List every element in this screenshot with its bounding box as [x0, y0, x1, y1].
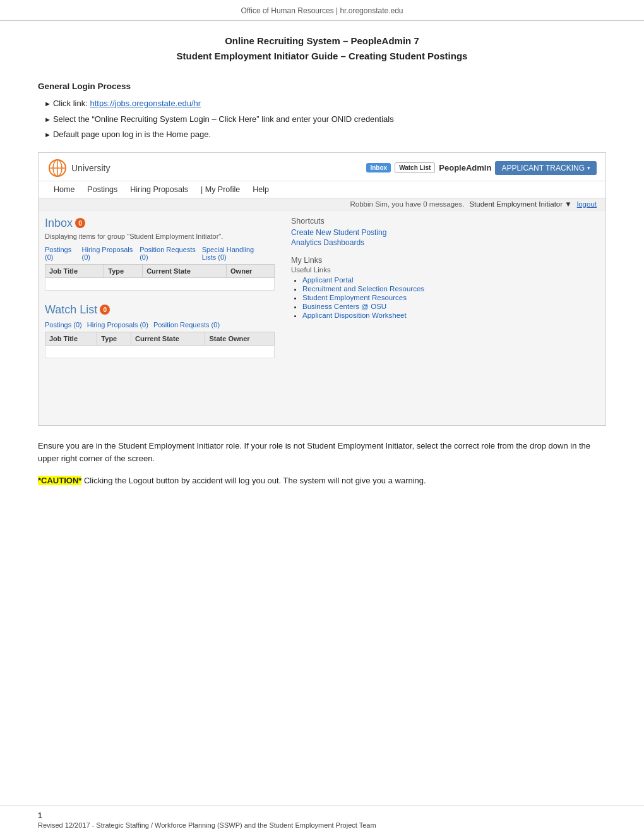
shortcuts-section: Shortcuts Create New Student Posting Ana… [291, 217, 599, 247]
nav-home[interactable]: Home [47, 181, 81, 198]
caution-highlight: *CAUTION* [38, 476, 81, 485]
body-paragraph: Ensure you are in the Student Employment… [38, 440, 606, 466]
inbox-tab-position[interactable]: Position Requests (0) [140, 244, 202, 263]
pa-left-panel: Inbox 0 Displaying items for group "Stud… [45, 217, 285, 419]
wl-col-state-owner: State Owner [205, 332, 275, 345]
inbox-badge[interactable]: Inbox [366, 163, 391, 172]
watchlist-section: Watch List 0 Postings (0) Hiring Proposa… [45, 303, 275, 358]
watchlist-label: Watch List [45, 303, 97, 317]
app-selector[interactable]: APPLICANT TRACKING ▾ [495, 161, 597, 175]
pa-userbar: Robbin Sim, you have 0 messages. Student… [39, 198, 605, 210]
create-student-posting-link[interactable]: Create New Student Posting [291, 228, 599, 237]
inbox-title: Inbox 0 [45, 217, 275, 230]
document-title: Online Recruiting System – PeopleAdmin 7… [38, 33, 606, 64]
inbox-count-badge: 0 [75, 218, 85, 228]
login-bullet-list: Click link: https://jobs.oregonstate.edu… [38, 97, 606, 141]
list-item-disposition: Applicant Disposition Worksheet [302, 311, 599, 319]
caution-rest-text: Clicking the Logout button by accident w… [84, 476, 426, 485]
useful-links-title: Useful Links [291, 266, 599, 274]
shortcuts-title: Shortcuts [291, 217, 599, 226]
doc-title-line1: Online Recruiting System – PeopleAdmin 7 [38, 33, 606, 49]
bullet-text-2: Select the “Online Recruiting System Log… [53, 114, 394, 124]
app-selector-label: APPLICANT TRACKING [501, 164, 585, 172]
wl-col-current-state: Current State [131, 332, 205, 345]
pa-right-panel: Shortcuts Create New Student Posting Ana… [285, 217, 599, 419]
inbox-tab-postings[interactable]: Postings (0) [45, 244, 82, 263]
document-footer: 1 Revised 12/2017 - Strategic Staffing /… [0, 806, 644, 834]
inbox-tabs: Postings (0) Hiring Proposals (0) Positi… [45, 244, 275, 263]
list-item-applicant-portal: Applicant Portal [302, 276, 599, 284]
watch-badge[interactable]: Watch List [395, 162, 435, 173]
watchlist-count-badge: 0 [100, 305, 110, 315]
section-heading-login: General Login Process [38, 82, 606, 91]
pa-brand: PeopleAdmin [439, 163, 491, 172]
watchlist-tabs: Postings (0) Hiring Proposals (0) Positi… [45, 319, 275, 330]
inbox-tab-special[interactable]: Special Handling Lists (0) [202, 244, 275, 263]
list-item-recruitment: Recruitment and Selection Resources [302, 285, 599, 293]
bullet-text-1: Click link: [53, 99, 90, 108]
document-header: Office of Human Resources | hr.oregonsta… [0, 0, 644, 21]
watchlist-title: Watch List 0 [45, 303, 275, 317]
watchlist-table: Job Title Type Current State State Owner [45, 332, 275, 358]
wl-col-job-title: Job Title [45, 332, 97, 345]
role-selector[interactable]: Student Employment Initiator ▼ [469, 200, 571, 208]
my-links-title: My Links [291, 256, 599, 265]
list-item-business-centers: Business Centers @ OSU [302, 303, 599, 310]
inbox-section: Inbox 0 Displaying items for group "Stud… [45, 217, 275, 291]
watchlist-tab-hiring[interactable]: Hiring Proposals (0) [87, 319, 153, 330]
inbox-empty-row [45, 277, 275, 290]
globe-icon [47, 158, 68, 178]
watchlist-empty-row [45, 345, 275, 358]
nav-help[interactable]: Help [246, 181, 275, 198]
recruitment-link[interactable]: Recruitment and Selection Resources [302, 285, 424, 293]
business-centers-link[interactable]: Business Centers @ OSU [302, 303, 386, 310]
watchlist-tab-postings[interactable]: Postings (0) [45, 319, 87, 330]
wl-col-type: Type [97, 332, 131, 345]
list-item-student-employment: Student Employment Resources [302, 294, 599, 301]
doc-title-line2: Student Employment Initiator Guide – Cre… [38, 49, 606, 64]
applicant-portal-link[interactable]: Applicant Portal [302, 276, 354, 284]
nav-hiring-proposals[interactable]: Hiring Proposals [124, 181, 194, 198]
watchlist-table-header: Job Title Type Current State State Owner [45, 332, 275, 345]
bullet-item-2: Select the “Online Recruiting System Log… [44, 113, 606, 126]
col-owner: Owner [227, 264, 275, 277]
inbox-table-header: Job Title Type Current State Owner [45, 264, 275, 277]
caution-paragraph: *CAUTION* Clicking the Logout button by … [38, 474, 606, 488]
col-type: Type [104, 264, 143, 277]
login-link[interactable]: https://jobs.oregonstate.edu/hr [90, 99, 201, 108]
watchlist-tab-position[interactable]: Position Requests (0) [153, 319, 225, 330]
useful-links-list: Applicant Portal Recruitment and Selecti… [291, 276, 599, 319]
general-login-section: General Login Process Click link: https:… [38, 82, 606, 141]
inbox-table: Job Title Type Current State Owner [45, 264, 275, 291]
footer-text: Revised 12/2017 - Strategic Staffing / W… [38, 821, 606, 829]
col-current-state: Current State [143, 264, 227, 277]
pa-logo: University [47, 158, 110, 178]
nav-my-profile[interactable]: | My Profile [194, 181, 246, 198]
bullet-item-3: Default page upon log in is the Home pag… [44, 128, 606, 141]
student-employment-link[interactable]: Student Employment Resources [302, 294, 407, 301]
logout-button[interactable]: logout [577, 200, 597, 208]
my-links-section: My Links Useful Links Applicant Portal R… [291, 256, 599, 319]
pa-top-right: Inbox Watch List PeopleAdmin APPLICANT T… [366, 161, 597, 175]
bullet-text-3: Default page upon log in is the Home pag… [53, 130, 211, 139]
inbox-tab-hiring[interactable]: Hiring Proposals (0) [82, 244, 140, 263]
pa-page-content: Inbox 0 Displaying items for group "Stud… [39, 210, 605, 425]
bullet-item-1: Click link: https://jobs.oregonstate.edu… [44, 97, 606, 110]
disposition-worksheet-link[interactable]: Applicant Disposition Worksheet [302, 311, 407, 319]
user-message: Robbin Sim, you have 0 messages. [350, 200, 465, 208]
pa-navbar: Home Postings Hiring Proposals | My Prof… [39, 181, 605, 198]
screenshot-box: University Inbox Watch List PeopleAdmin … [38, 152, 606, 426]
col-job-title: Job Title [45, 264, 104, 277]
analytics-dashboards-link[interactable]: Analytics Dashboards [291, 238, 599, 247]
pa-topbar: University Inbox Watch List PeopleAdmin … [39, 153, 605, 181]
header-text: Office of Human Resources | hr.oregonsta… [241, 6, 403, 15]
chevron-down-icon: ▾ [587, 165, 590, 171]
inbox-displaying-text: Displaying items for group "Student Empl… [45, 233, 275, 240]
nav-postings[interactable]: Postings [81, 181, 124, 198]
university-label: University [71, 163, 110, 173]
page-number: 1 [38, 811, 606, 820]
inbox-label: Inbox [45, 217, 73, 230]
